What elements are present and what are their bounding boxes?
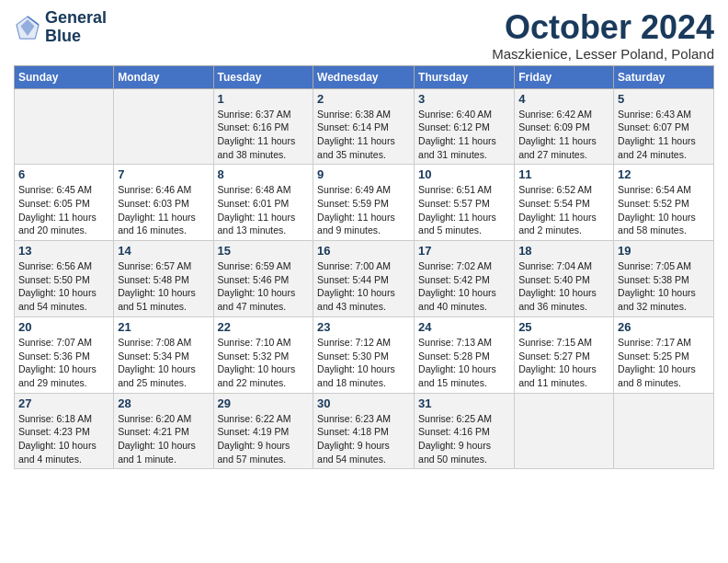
day-number: 23 <box>317 320 410 334</box>
calendar-cell: 17Sunrise: 7:02 AMSunset: 5:42 PMDayligh… <box>415 241 515 317</box>
day-number: 15 <box>218 244 310 258</box>
day-number: 2 <box>317 92 410 106</box>
calendar-cell: 16Sunrise: 7:00 AMSunset: 5:44 PMDayligh… <box>313 241 415 317</box>
day-number: 3 <box>418 92 510 106</box>
day-info: Sunrise: 6:49 AMSunset: 5:59 PMDaylight:… <box>317 183 410 237</box>
day-info: Sunrise: 6:40 AMSunset: 6:12 PMDaylight:… <box>418 108 510 162</box>
calendar-cell: 9Sunrise: 6:49 AMSunset: 5:59 PMDaylight… <box>313 165 415 241</box>
title-section: October 2024 Maszkienice, Lesser Poland,… <box>492 9 714 62</box>
calendar-cell: 5Sunrise: 6:43 AMSunset: 6:07 PMDaylight… <box>614 88 714 165</box>
day-number: 6 <box>18 167 109 181</box>
day-info: Sunrise: 6:37 AMSunset: 6:16 PMDaylight:… <box>218 108 310 162</box>
day-number: 26 <box>618 320 710 334</box>
calendar-cell: 18Sunrise: 7:04 AMSunset: 5:40 PMDayligh… <box>515 241 614 317</box>
day-info: Sunrise: 7:12 AMSunset: 5:30 PMDaylight:… <box>317 336 410 390</box>
calendar-cell: 2Sunrise: 6:38 AMSunset: 6:14 PMDaylight… <box>313 88 415 165</box>
calendar-cell <box>114 88 213 165</box>
day-number: 11 <box>518 167 609 181</box>
calendar-cell: 14Sunrise: 6:57 AMSunset: 5:48 PMDayligh… <box>114 241 213 317</box>
month-title: October 2024 <box>492 9 714 46</box>
day-info: Sunrise: 6:25 AMSunset: 4:16 PMDaylight:… <box>418 412 510 466</box>
day-number: 1 <box>218 92 310 106</box>
day-info: Sunrise: 7:08 AMSunset: 5:34 PMDaylight:… <box>118 336 209 390</box>
day-number: 17 <box>418 244 510 258</box>
day-info: Sunrise: 7:17 AMSunset: 5:25 PMDaylight:… <box>618 336 710 390</box>
day-info: Sunrise: 6:18 AMSunset: 4:23 PMDaylight:… <box>18 412 109 466</box>
calendar-cell: 24Sunrise: 7:13 AMSunset: 5:28 PMDayligh… <box>415 316 515 393</box>
calendar-cell: 19Sunrise: 7:05 AMSunset: 5:38 PMDayligh… <box>614 241 714 317</box>
calendar-header-row: SundayMondayTuesdayWednesdayThursdayFrid… <box>15 65 714 88</box>
calendar-cell: 15Sunrise: 6:59 AMSunset: 5:46 PMDayligh… <box>213 241 313 317</box>
day-info: Sunrise: 6:43 AMSunset: 6:07 PMDaylight:… <box>618 108 710 162</box>
calendar-cell: 30Sunrise: 6:23 AMSunset: 4:18 PMDayligh… <box>313 393 415 469</box>
day-number: 31 <box>418 396 510 410</box>
calendar-cell: 20Sunrise: 7:07 AMSunset: 5:36 PMDayligh… <box>15 316 114 393</box>
calendar-cell: 27Sunrise: 6:18 AMSunset: 4:23 PMDayligh… <box>15 393 114 469</box>
calendar-week-row: 6Sunrise: 6:45 AMSunset: 6:05 PMDaylight… <box>15 165 714 241</box>
day-info: Sunrise: 6:59 AMSunset: 5:46 PMDaylight:… <box>218 259 310 314</box>
logo: General Blue <box>14 9 107 46</box>
day-info: Sunrise: 6:51 AMSunset: 5:57 PMDaylight:… <box>418 183 510 237</box>
day-info: Sunrise: 6:57 AMSunset: 5:48 PMDaylight:… <box>118 259 209 314</box>
day-number: 14 <box>118 244 209 258</box>
day-number: 25 <box>518 320 609 334</box>
day-info: Sunrise: 7:07 AMSunset: 5:36 PMDaylight:… <box>18 336 109 390</box>
day-number: 9 <box>317 167 410 181</box>
day-info: Sunrise: 7:04 AMSunset: 5:40 PMDaylight:… <box>518 259 609 314</box>
day-number: 8 <box>218 167 310 181</box>
day-number: 7 <box>118 167 209 181</box>
day-header-thursday: Thursday <box>415 65 515 88</box>
day-number: 19 <box>618 244 710 258</box>
day-info: Sunrise: 7:02 AMSunset: 5:42 PMDaylight:… <box>418 259 510 314</box>
day-number: 21 <box>118 320 209 334</box>
day-header-sunday: Sunday <box>15 65 114 88</box>
page-header: General Blue October 2024 Maszkienice, L… <box>14 9 714 62</box>
day-info: Sunrise: 6:52 AMSunset: 5:54 PMDaylight:… <box>518 183 609 237</box>
calendar-week-row: 1Sunrise: 6:37 AMSunset: 6:16 PMDaylight… <box>15 88 714 165</box>
day-number: 13 <box>18 244 109 258</box>
calendar-cell: 6Sunrise: 6:45 AMSunset: 6:05 PMDaylight… <box>15 165 114 241</box>
day-info: Sunrise: 6:45 AMSunset: 6:05 PMDaylight:… <box>18 183 109 237</box>
day-info: Sunrise: 7:10 AMSunset: 5:32 PMDaylight:… <box>218 336 310 390</box>
day-info: Sunrise: 7:05 AMSunset: 5:38 PMDaylight:… <box>618 259 710 314</box>
day-number: 27 <box>18 396 109 410</box>
calendar-cell: 25Sunrise: 7:15 AMSunset: 5:27 PMDayligh… <box>515 316 614 393</box>
calendar-week-row: 13Sunrise: 6:56 AMSunset: 5:50 PMDayligh… <box>15 241 714 317</box>
calendar-cell: 22Sunrise: 7:10 AMSunset: 5:32 PMDayligh… <box>213 316 313 393</box>
day-info: Sunrise: 6:48 AMSunset: 6:01 PMDaylight:… <box>218 183 310 237</box>
day-header-monday: Monday <box>114 65 213 88</box>
day-number: 4 <box>518 92 609 106</box>
day-info: Sunrise: 6:22 AMSunset: 4:19 PMDaylight:… <box>218 412 310 466</box>
day-number: 22 <box>218 320 310 334</box>
day-number: 10 <box>418 167 510 181</box>
day-header-tuesday: Tuesday <box>213 65 313 88</box>
calendar-cell: 1Sunrise: 6:37 AMSunset: 6:16 PMDaylight… <box>213 88 313 165</box>
calendar-week-row: 27Sunrise: 6:18 AMSunset: 4:23 PMDayligh… <box>15 393 714 469</box>
day-number: 18 <box>518 244 609 258</box>
day-number: 12 <box>618 167 710 181</box>
logo-icon <box>14 14 41 41</box>
day-info: Sunrise: 6:23 AMSunset: 4:18 PMDaylight:… <box>317 412 410 466</box>
calendar-table: SundayMondayTuesdayWednesdayThursdayFrid… <box>14 65 714 470</box>
day-number: 28 <box>118 396 209 410</box>
calendar-cell: 28Sunrise: 6:20 AMSunset: 4:21 PMDayligh… <box>114 393 213 469</box>
day-header-wednesday: Wednesday <box>313 65 415 88</box>
day-info: Sunrise: 7:15 AMSunset: 5:27 PMDaylight:… <box>518 336 609 390</box>
calendar-cell: 7Sunrise: 6:46 AMSunset: 6:03 PMDaylight… <box>114 165 213 241</box>
day-info: Sunrise: 7:00 AMSunset: 5:44 PMDaylight:… <box>317 259 410 314</box>
day-info: Sunrise: 6:20 AMSunset: 4:21 PMDaylight:… <box>118 412 209 466</box>
day-number: 24 <box>418 320 510 334</box>
calendar-cell: 13Sunrise: 6:56 AMSunset: 5:50 PMDayligh… <box>15 241 114 317</box>
calendar-cell: 3Sunrise: 6:40 AMSunset: 6:12 PMDaylight… <box>415 88 515 165</box>
day-info: Sunrise: 6:38 AMSunset: 6:14 PMDaylight:… <box>317 108 410 162</box>
calendar-cell: 4Sunrise: 6:42 AMSunset: 6:09 PMDaylight… <box>515 88 614 165</box>
calendar-cell: 21Sunrise: 7:08 AMSunset: 5:34 PMDayligh… <box>114 316 213 393</box>
day-info: Sunrise: 7:13 AMSunset: 5:28 PMDaylight:… <box>418 336 510 390</box>
day-header-friday: Friday <box>515 65 614 88</box>
day-header-saturday: Saturday <box>614 65 714 88</box>
calendar-cell: 12Sunrise: 6:54 AMSunset: 5:52 PMDayligh… <box>614 165 714 241</box>
day-info: Sunrise: 6:42 AMSunset: 6:09 PMDaylight:… <box>518 108 609 162</box>
day-number: 20 <box>18 320 109 334</box>
calendar-week-row: 20Sunrise: 7:07 AMSunset: 5:36 PMDayligh… <box>15 316 714 393</box>
calendar-cell: 26Sunrise: 7:17 AMSunset: 5:25 PMDayligh… <box>614 316 714 393</box>
